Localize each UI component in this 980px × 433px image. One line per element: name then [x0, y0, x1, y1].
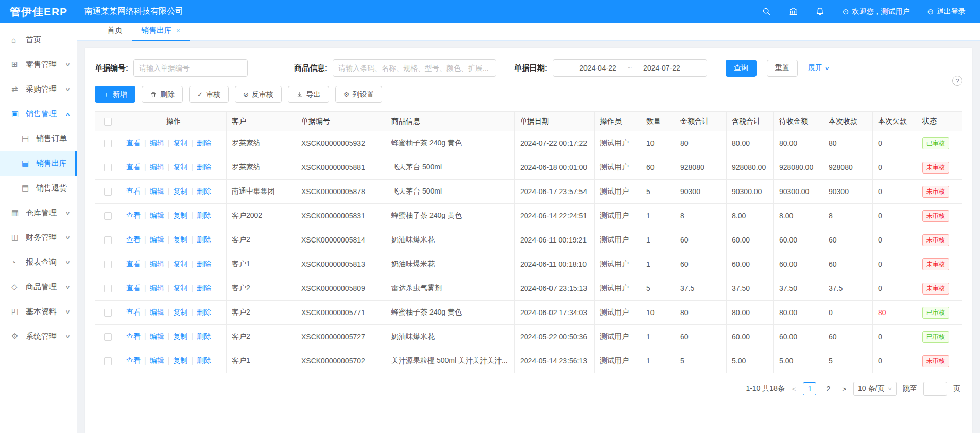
row-checkbox[interactable]	[104, 188, 112, 196]
export-button[interactable]: 导出	[288, 86, 329, 103]
row-checkbox[interactable]	[104, 309, 112, 317]
row-order-no: XSCK00000005809	[296, 276, 386, 301]
delete-link[interactable]: 删除	[197, 163, 211, 171]
copy-link[interactable]: 复制	[173, 211, 187, 219]
copy-link[interactable]: 复制	[173, 235, 187, 244]
date-range-picker[interactable]: 2024-04-22 ~ 2024-07-22	[553, 59, 707, 77]
sales-icon: ▣	[11, 109, 21, 118]
sidebar-item-home[interactable]: ⌂首页	[0, 27, 77, 52]
delete-link[interactable]: 删除	[197, 284, 211, 292]
page-numbers: 12	[803, 382, 835, 395]
view-link[interactable]: 查看	[126, 163, 141, 171]
next-page-icon[interactable]: >	[841, 385, 847, 393]
row-amount: 60	[675, 228, 727, 252]
product-info-input[interactable]	[333, 59, 496, 77]
edit-link[interactable]: 编辑	[150, 187, 164, 195]
row-checkbox[interactable]	[104, 333, 112, 341]
sidebar-item-sales[interactable]: ▣销售管理∧	[0, 101, 77, 126]
copy-link[interactable]: 复制	[173, 187, 187, 195]
sidebar-item-warehouse[interactable]: ▦仓库管理∨	[0, 200, 77, 225]
date-to[interactable]: 2024-07-22	[643, 64, 680, 72]
sidebar-item-sales-return[interactable]: ▤销售退货	[0, 176, 77, 200]
delete-link[interactable]: 删除	[197, 138, 211, 147]
copy-link[interactable]: 复制	[173, 138, 187, 147]
expand-filters-link[interactable]: 展开 ∨	[808, 63, 829, 73]
row-checkbox[interactable]	[104, 261, 112, 268]
search-icon[interactable]	[762, 7, 771, 16]
sidebar-item-report[interactable]: ◔报表查询∨	[0, 250, 77, 274]
view-link[interactable]: 查看	[126, 332, 141, 340]
edit-link[interactable]: 编辑	[150, 211, 164, 219]
order-no-input[interactable]	[133, 59, 248, 77]
sidebar-item-retail[interactable]: ⊞零售管理∨	[0, 52, 77, 77]
add-button[interactable]: ＋ 新增	[95, 86, 135, 103]
copy-link[interactable]: 复制	[173, 284, 187, 292]
row-checkbox[interactable]	[104, 212, 112, 220]
delete-link[interactable]: 删除	[197, 187, 211, 195]
delete-link[interactable]: 删除	[197, 332, 211, 340]
prev-page-icon[interactable]: <	[791, 385, 797, 393]
delete-link[interactable]: 删除	[197, 211, 211, 219]
row-checkbox[interactable]	[104, 285, 112, 292]
bell-icon[interactable]	[816, 7, 825, 16]
view-link[interactable]: 查看	[126, 235, 141, 244]
edit-link[interactable]: 编辑	[150, 308, 164, 316]
tab-close-icon[interactable]: ×	[176, 27, 180, 34]
view-link[interactable]: 查看	[126, 356, 141, 365]
welcome-user[interactable]: ⊙ 欢迎您，测试用户	[843, 7, 910, 16]
unaudit-label: 反审核	[252, 90, 273, 99]
row-checkbox[interactable]	[104, 236, 112, 244]
sidebar-item-product[interactable]: ◇商品管理∨	[0, 274, 77, 299]
logout-button[interactable]: ⊖ 退出登录	[927, 7, 966, 16]
tab-sales-outbound[interactable]: 销售出库 ×	[132, 26, 190, 41]
sidebar-item-purchase[interactable]: ⇄采购管理∨	[0, 77, 77, 101]
page-number-2[interactable]: 2	[821, 382, 835, 395]
sidebar-item-sales-outbound[interactable]: ▤销售出库	[0, 151, 77, 176]
view-link[interactable]: 查看	[126, 284, 141, 292]
delete-link[interactable]: 删除	[197, 259, 211, 268]
edit-link[interactable]: 编辑	[150, 259, 164, 268]
row-checkbox[interactable]	[104, 357, 112, 365]
page-size-select[interactable]: 10 条/页 ∨	[853, 382, 897, 396]
unaudit-button[interactable]: ⊘ 反审核	[235, 86, 282, 103]
delete-link[interactable]: 删除	[197, 308, 211, 316]
edit-link[interactable]: 编辑	[150, 332, 164, 340]
date-from[interactable]: 2024-04-22	[579, 64, 616, 72]
edit-link[interactable]: 编辑	[150, 235, 164, 244]
copy-link[interactable]: 复制	[173, 259, 187, 268]
view-link[interactable]: 查看	[126, 187, 141, 195]
edit-link[interactable]: 编辑	[150, 163, 164, 171]
row-checkbox[interactable]	[104, 164, 112, 171]
select-all-checkbox[interactable]	[104, 118, 112, 126]
row-checkbox[interactable]	[104, 140, 112, 147]
column-settings-button[interactable]: ⚙ 列设置	[335, 86, 383, 103]
edit-link[interactable]: 编辑	[150, 138, 164, 147]
search-button[interactable]: 查询	[726, 60, 757, 77]
delete-link[interactable]: 删除	[197, 356, 211, 365]
tab-home[interactable]: 首页	[98, 26, 132, 40]
sidebar-item-finance[interactable]: ◫财务管理∨	[0, 225, 77, 250]
copy-link[interactable]: 复制	[173, 356, 187, 365]
delete-link[interactable]: 删除	[197, 235, 211, 244]
page-number-1[interactable]: 1	[803, 382, 816, 395]
reset-button[interactable]: 重置	[767, 60, 798, 77]
row-receivable: 60.00	[774, 325, 823, 349]
view-link[interactable]: 查看	[126, 138, 141, 147]
copy-link[interactable]: 复制	[173, 308, 187, 316]
delete-button[interactable]: 删除	[142, 86, 183, 103]
view-link[interactable]: 查看	[126, 211, 141, 219]
row-receivable: 37.50	[774, 276, 823, 301]
edit-link[interactable]: 编辑	[150, 284, 164, 292]
sidebar-item-basedata[interactable]: ◰基本资料∨	[0, 299, 77, 324]
edit-link[interactable]: 编辑	[150, 356, 164, 365]
copy-link[interactable]: 复制	[173, 163, 187, 171]
sidebar-item-system[interactable]: ⚙系统管理∨	[0, 324, 77, 349]
copy-link[interactable]: 复制	[173, 332, 187, 340]
home-bank-icon[interactable]	[789, 7, 798, 16]
sidebar-item-sales-order[interactable]: ▤销售订单	[0, 126, 77, 151]
audit-button[interactable]: ✓ 审核	[189, 86, 229, 103]
view-link[interactable]: 查看	[126, 259, 141, 268]
view-link[interactable]: 查看	[126, 308, 141, 316]
jump-page-input[interactable]	[923, 382, 947, 396]
help-icon[interactable]: ?	[952, 76, 962, 86]
